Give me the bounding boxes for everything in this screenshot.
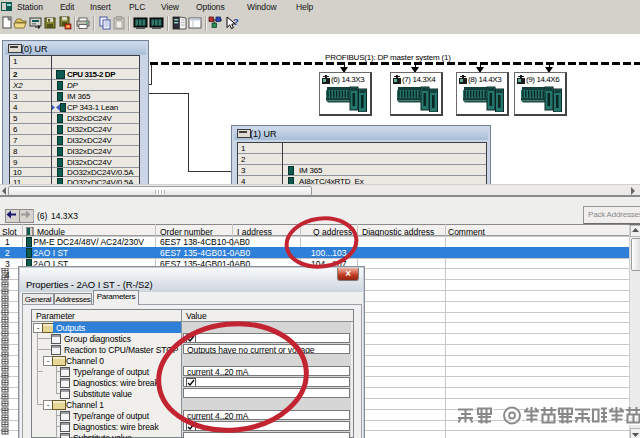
svg-text:?: ? bbox=[233, 16, 239, 27]
